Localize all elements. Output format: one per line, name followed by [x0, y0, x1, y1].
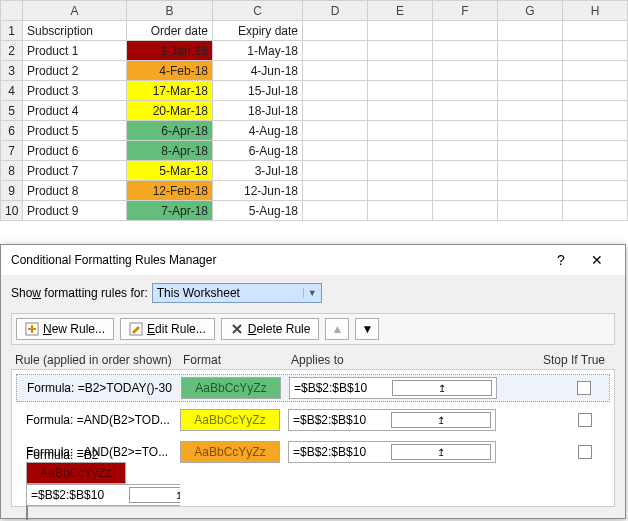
cell[interactable] [368, 181, 433, 201]
cell[interactable] [368, 161, 433, 181]
range-picker-icon[interactable]: ↥ [391, 444, 491, 460]
help-button[interactable]: ? [543, 252, 579, 268]
applies-to-input[interactable]: =$B$2:$B$10↥ [288, 409, 496, 431]
cell[interactable] [563, 81, 628, 101]
cell[interactable]: 6-Aug-18 [213, 141, 303, 161]
cell[interactable] [368, 21, 433, 41]
col-header-D[interactable]: D [303, 1, 368, 21]
delete-rule-button[interactable]: Delete Rule [221, 318, 320, 340]
col-header-E[interactable]: E [368, 1, 433, 21]
rule-row[interactable]: Formula: =B2>TODAY()-30AaBbCcYyZz=$B$2:$… [16, 374, 610, 402]
cell[interactable] [563, 61, 628, 81]
cell[interactable] [563, 121, 628, 141]
cell[interactable] [498, 101, 563, 121]
cell[interactable] [498, 121, 563, 141]
cell[interactable]: Product 6 [23, 141, 127, 161]
spreadsheet-grid[interactable]: A B C D E F G H 1 Subscription Order dat… [0, 0, 628, 221]
cell[interactable]: Product 2 [23, 61, 127, 81]
cell[interactable] [303, 81, 368, 101]
cell[interactable] [498, 181, 563, 201]
cell[interactable]: 8-Apr-18 [127, 141, 213, 161]
cell[interactable] [498, 201, 563, 221]
cell[interactable] [303, 161, 368, 181]
row-header[interactable]: 10 [1, 201, 23, 221]
cell[interactable] [303, 121, 368, 141]
cell[interactable] [498, 81, 563, 101]
cell[interactable]: 1-May-18 [213, 41, 303, 61]
cell[interactable] [433, 61, 498, 81]
cell[interactable] [433, 41, 498, 61]
cell[interactable] [368, 81, 433, 101]
cell[interactable] [303, 21, 368, 41]
range-picker-icon[interactable]: ↥ [392, 380, 492, 396]
cell[interactable] [303, 141, 368, 161]
range-picker-icon[interactable]: ↥ [391, 412, 491, 428]
cell[interactable] [433, 161, 498, 181]
row-header[interactable]: 8 [1, 161, 23, 181]
cell[interactable]: Product 1 [23, 41, 127, 61]
applies-to-input[interactable]: =$B$2:$B$10↥ [289, 377, 497, 399]
row-header[interactable]: 9 [1, 181, 23, 201]
cell[interactable] [498, 141, 563, 161]
cell[interactable] [368, 61, 433, 81]
cell[interactable] [433, 101, 498, 121]
cell[interactable]: 3-Jul-18 [213, 161, 303, 181]
cell[interactable] [498, 41, 563, 61]
col-header-A[interactable]: A [23, 1, 127, 21]
cell[interactable]: Product 8 [23, 181, 127, 201]
cell[interactable]: Product 3 [23, 81, 127, 101]
cell[interactable] [563, 181, 628, 201]
cell[interactable] [368, 141, 433, 161]
range-picker-icon[interactable]: ↥ [129, 487, 180, 503]
stop-if-true-checkbox[interactable] [577, 381, 591, 395]
cell[interactable] [303, 41, 368, 61]
cell[interactable]: Order date [127, 21, 213, 41]
cell[interactable]: 6-Apr-18 [127, 121, 213, 141]
cell[interactable] [303, 201, 368, 221]
cell[interactable] [563, 21, 628, 41]
col-header-H[interactable]: H [563, 1, 628, 21]
cell[interactable] [433, 181, 498, 201]
cell[interactable]: Product 9 [23, 201, 127, 221]
applies-to-input[interactable]: =$B$2:$B$10↥ [288, 441, 496, 463]
cell[interactable]: 20-Mar-18 [127, 101, 213, 121]
edit-rule-button[interactable]: Edit Rule... [120, 318, 215, 340]
cell[interactable] [433, 21, 498, 41]
cell[interactable]: 12-Jun-18 [213, 181, 303, 201]
row-header[interactable]: 1 [1, 21, 23, 41]
cell[interactable]: 5-Aug-18 [213, 201, 303, 221]
row-header[interactable]: 7 [1, 141, 23, 161]
cell[interactable]: Expiry date [213, 21, 303, 41]
cell[interactable] [563, 141, 628, 161]
cell[interactable] [563, 101, 628, 121]
cell[interactable] [433, 141, 498, 161]
cell[interactable] [563, 161, 628, 181]
cell[interactable] [368, 101, 433, 121]
rule-row[interactable]: Formula: =AND(B2>TOD...AaBbCcYyZz=$B$2:$… [16, 406, 610, 434]
cell[interactable] [368, 121, 433, 141]
scope-combo[interactable]: This Worksheet ▼ [152, 283, 322, 303]
cell[interactable]: Product 4 [23, 101, 127, 121]
cell[interactable] [368, 201, 433, 221]
dialog-titlebar[interactable]: Conditional Formatting Rules Manager ? ✕ [1, 245, 625, 275]
cell[interactable] [433, 81, 498, 101]
cell[interactable]: 4-Feb-18 [127, 61, 213, 81]
cell[interactable] [368, 41, 433, 61]
corner-cell[interactable] [1, 1, 23, 21]
row-header[interactable]: 2 [1, 41, 23, 61]
cell[interactable] [498, 161, 563, 181]
cell[interactable]: 1-Jan-18 [127, 41, 213, 61]
cell[interactable]: 4-Jun-18 [213, 61, 303, 81]
new-rule-button[interactable]: New Rule... [16, 318, 114, 340]
rule-row[interactable]: Formula: =B2AaBbCcYyZz=$B$2:$B$10↥ [16, 470, 610, 498]
cell[interactable]: 4-Aug-18 [213, 121, 303, 141]
row-header[interactable]: 4 [1, 81, 23, 101]
cell[interactable]: 17-Mar-18 [127, 81, 213, 101]
move-down-button[interactable]: ▼ [355, 318, 379, 340]
stop-if-true-checkbox[interactable] [578, 445, 592, 459]
cell[interactable]: Subscription [23, 21, 127, 41]
col-header-C[interactable]: C [213, 1, 303, 21]
cell[interactable] [303, 61, 368, 81]
cell[interactable] [433, 121, 498, 141]
row-header[interactable]: 3 [1, 61, 23, 81]
